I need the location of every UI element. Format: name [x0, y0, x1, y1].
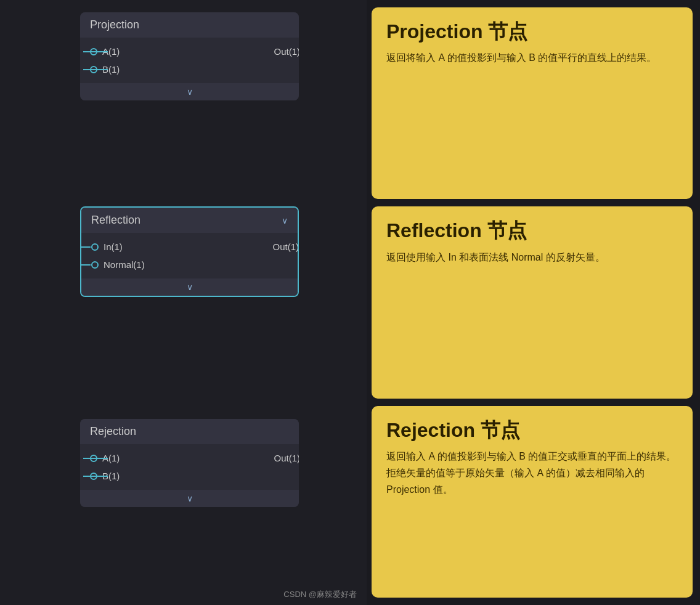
- rejection-ports: X 0 A(1): [80, 444, 299, 490]
- rejection-tooltip: Rejection 节点 返回输入 A 的值投影到与输入 B 的值正交或垂直的平…: [372, 406, 693, 598]
- projection-a-line: [83, 51, 108, 52]
- reflection-out-label: Out(1): [272, 242, 299, 252]
- rejection-port-b-left: X 0 B(1): [90, 471, 120, 481]
- projection-port-a-row: X 0 A(1): [80, 43, 299, 60]
- reflection-node[interactable]: Reflection ∨ 0: [80, 206, 299, 297]
- projection-tooltip-title: Projection 节点: [386, 20, 678, 43]
- reflection-section: Reflection ∨ 0: [0, 206, 367, 297]
- reflection-tooltip-title: Reflection 节点: [386, 219, 678, 242]
- projection-tooltip: Projection 节点 返回将输入 A 的值投影到与输入 B 的值平行的直线…: [372, 7, 693, 199]
- projection-port-a-left: X 0 A(1): [90, 46, 120, 57]
- reflection-node-wrapper: Reflection ∨ 0: [62, 206, 317, 297]
- rejection-b-line: [83, 476, 108, 477]
- rejection-node[interactable]: Rejection X 0: [80, 419, 299, 507]
- tooltip-panel: Projection 节点 返回将输入 A 的值投影到与输入 B 的值平行的直线…: [367, 0, 700, 605]
- rejection-tooltip-title: Rejection 节点: [386, 418, 678, 442]
- rejection-output-port: Out(1): [274, 453, 299, 463]
- reflection-input-normal-external: 0: [80, 258, 91, 272]
- rejection-input-b-external: X 0: [80, 469, 108, 484]
- projection-node[interactable]: Projection X 0: [80, 12, 299, 100]
- reflection-in-circle: [91, 243, 99, 251]
- rejection-header: Rejection: [80, 419, 299, 444]
- projection-port-b-row: X 0 B(1): [80, 60, 299, 78]
- rejection-section: Rejection X 0: [0, 419, 367, 507]
- reflection-port-in-left: 0 In(1): [91, 242, 123, 252]
- reflection-port-in-row: 0 In(1) Out(1): [81, 238, 298, 256]
- projection-port-b-left: X 0 B(1): [90, 64, 120, 75]
- projection-input-b-external: X 0: [80, 62, 108, 77]
- projection-chevron[interactable]: ∨: [187, 87, 193, 97]
- reflection-input-in-external: 0: [80, 240, 91, 254]
- reflection-tooltip: Reflection 节点 返回使用输入 In 和表面法线 Normal 的反射…: [372, 206, 693, 398]
- reflection-header-chevron[interactable]: ∨: [282, 216, 288, 225]
- rejection-out-label: Out(1): [274, 453, 299, 463]
- projection-ports: X 0 A(1): [80, 38, 299, 83]
- projection-output-port: Out(1): [274, 46, 299, 57]
- reflection-output-port: Out(1): [272, 242, 299, 252]
- rejection-port-a-row: X 0 A(1): [80, 449, 299, 467]
- node-editor: Projection X 0: [0, 0, 367, 605]
- reflection-header: Reflection ∨: [81, 208, 298, 233]
- projection-section: Projection X 0: [0, 12, 367, 100]
- rejection-port-b-row: X 0 B(1): [80, 467, 299, 485]
- reflection-port-normal-left: 0 Normal(1): [91, 259, 145, 270]
- reflection-title: Reflection: [91, 214, 140, 227]
- reflection-chevron[interactable]: ∨: [187, 282, 193, 292]
- reflection-normal-line: [80, 264, 91, 266]
- reflection-tooltip-desc: 返回使用输入 In 和表面法线 Normal 的反射矢量。: [386, 249, 678, 266]
- projection-header: Projection: [80, 12, 299, 38]
- rejection-tooltip-desc: 返回输入 A 的值投影到与输入 B 的值正交或垂直的平面上的结果。拒绝矢量的值等…: [386, 448, 678, 498]
- reflection-normal-circle: [91, 261, 99, 269]
- projection-footer: ∨: [80, 83, 299, 100]
- projection-tooltip-desc: 返回将输入 A 的值投影到与输入 B 的值平行的直线上的结果。: [386, 49, 678, 66]
- rejection-port-a-left: X 0 A(1): [90, 453, 120, 463]
- rejection-node-wrapper: Rejection X 0: [62, 419, 317, 507]
- reflection-in-portname: In(1): [104, 242, 123, 252]
- rejection-chevron[interactable]: ∨: [187, 493, 193, 503]
- rejection-input-a-external: X 0: [80, 451, 108, 466]
- projection-title: Projection: [90, 18, 139, 31]
- projection-node-wrapper: Projection X 0: [62, 12, 317, 100]
- reflection-footer: ∨: [81, 278, 298, 296]
- projection-out-label: Out(1): [274, 46, 299, 57]
- reflection-ports: 0 In(1) Out(1): [81, 233, 298, 278]
- rejection-a-line: [83, 458, 108, 459]
- reflection-port-normal-row: 0 Normal(1): [81, 256, 298, 274]
- projection-b-line: [83, 69, 108, 70]
- main-layout: Projection X 0: [0, 0, 700, 605]
- rejection-footer: ∨: [80, 490, 299, 507]
- projection-input-a-external: X 0: [80, 44, 108, 59]
- reflection-in-line: [80, 246, 91, 248]
- rejection-title: Rejection: [90, 425, 136, 438]
- watermark: CSDN @麻辣爱好者: [283, 589, 357, 600]
- reflection-normal-portname: Normal(1): [104, 259, 145, 270]
